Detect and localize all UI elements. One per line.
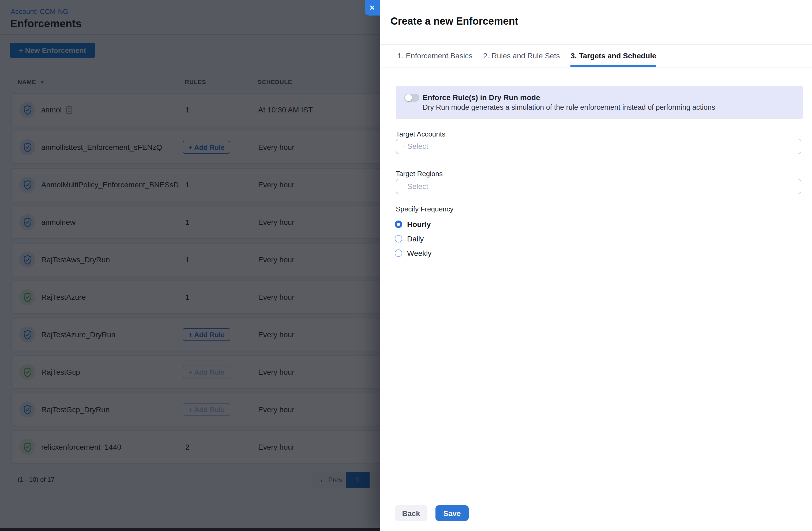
modal-title: Create a new Enforcement [390, 16, 518, 27]
target-regions-select[interactable]: - Select - [396, 179, 801, 194]
frequency-option-label: Daily [407, 234, 424, 243]
wizard-tab-3[interactable]: 3. Targets and Schedule [571, 45, 656, 67]
target-regions-placeholder: - Select - [396, 179, 801, 194]
frequency-option-label: Hourly [407, 220, 431, 228]
frequency-label: Specify Frequency [396, 205, 453, 213]
target-accounts-label: Target Accounts [396, 130, 445, 138]
dry-run-toggle[interactable] [404, 94, 419, 102]
toggle-knob [405, 94, 412, 101]
back-button[interactable]: Back [395, 505, 427, 521]
target-regions-label: Target Regions [396, 170, 443, 178]
target-accounts-select[interactable]: - Select - [396, 139, 801, 154]
dry-run-title: Enforce Rule(s) in Dry Run mode [423, 93, 540, 102]
screen: Account: CCM-NG Enforcements + New Enfor… [0, 0, 812, 531]
frequency-option-label: Weekly [407, 249, 432, 257]
wizard-tabs: 1. Enforcement Basics2. Rules and Rule S… [397, 45, 667, 68]
target-accounts-placeholder: - Select - [396, 139, 801, 153]
frequency-radio-group: HourlyDailyWeekly [395, 217, 432, 260]
radio-unselected-icon[interactable] [395, 235, 402, 242]
create-enforcement-drawer: ✕ Create a new Enforcement 1. Enforcemen… [380, 0, 812, 531]
dry-run-description: Dry Run mode generates a simulation of t… [423, 103, 715, 111]
frequency-option-daily[interactable]: Daily [395, 231, 432, 246]
close-icon[interactable]: ✕ [365, 0, 380, 16]
wizard-tab-1[interactable]: 1. Enforcement Basics [397, 45, 473, 67]
modal-overlay[interactable] [0, 0, 380, 531]
radio-unselected-icon[interactable] [395, 249, 402, 257]
frequency-option-weekly[interactable]: Weekly [395, 246, 432, 260]
frequency-option-hourly[interactable]: Hourly [395, 217, 432, 231]
radio-selected-icon[interactable] [395, 220, 402, 228]
dry-run-banner: Enforce Rule(s) in Dry Run mode Dry Run … [396, 86, 803, 119]
app: Account: CCM-NG Enforcements + New Enfor… [0, 0, 812, 531]
save-button[interactable]: Save [435, 505, 469, 521]
wizard-tab-2[interactable]: 2. Rules and Rule Sets [483, 45, 560, 67]
